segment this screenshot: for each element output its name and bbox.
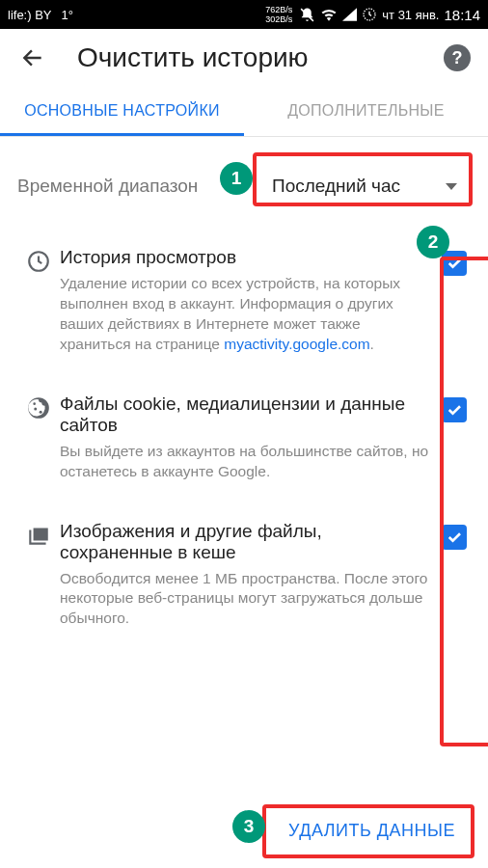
back-button[interactable]: [17, 42, 48, 73]
option-history-desc: Удаление истории со всех устройств, на к…: [60, 274, 430, 355]
annotation-badge-1: 1: [220, 162, 253, 195]
svg-point-3: [34, 407, 37, 410]
temperature-label: 1°: [62, 8, 73, 22]
option-cache: Изображения и другие файлы, сохраненные …: [17, 502, 471, 649]
tab-basic[interactable]: ОСНОВНЫЕ НАСТРОЙКИ: [0, 87, 244, 136]
date-label: чт 31 янв.: [382, 8, 439, 22]
image-icon: [17, 523, 60, 548]
annotation-badge-2: 2: [417, 226, 449, 258]
annotation-badge-3: 3: [232, 810, 265, 843]
time-range-label: Временной диапазон: [17, 176, 198, 197]
page-title: Очистить историю: [77, 42, 309, 73]
option-cookies: Файлы cookie, медиалицензии и данные сай…: [17, 374, 471, 502]
help-button[interactable]: ?: [444, 44, 471, 71]
time-label: 18:14: [444, 7, 480, 23]
cookie-icon: [17, 395, 60, 420]
option-cache-desc: Освободится менее 1 МБ пространства. Пос…: [60, 569, 430, 630]
svg-point-4: [40, 411, 42, 414]
myactivity-link[interactable]: myactivity.google.com: [224, 336, 369, 352]
option-history-title: История просмотров: [60, 247, 430, 268]
dnd-icon: [299, 7, 315, 23]
option-history: История просмотров Удаление истории со в…: [17, 228, 471, 374]
option-cache-checkbox[interactable]: [442, 525, 467, 550]
wifi-icon: [320, 8, 338, 21]
tabs-bar: ОСНОВНЫЕ НАСТРОЙКИ ДОПОЛНИТЕЛЬНЫЕ: [0, 87, 488, 137]
time-range-select[interactable]: Последний час: [258, 166, 471, 206]
option-cookies-checkbox[interactable]: [442, 397, 467, 422]
chevron-down-icon: [446, 183, 457, 190]
option-cache-title: Изображения и другие файлы, сохраненные …: [60, 521, 430, 563]
status-bar: life:) BY 1° 762B/s 302B/s чт 31 янв. 18…: [0, 0, 488, 29]
history-icon: [17, 249, 60, 274]
option-history-checkbox[interactable]: [442, 251, 467, 276]
delete-data-button[interactable]: УДАЛИТЬ ДАННЫЕ: [273, 807, 471, 854]
network-speed: 762B/s 302B/s: [265, 5, 292, 24]
time-range-value: Последний час: [272, 176, 400, 197]
tab-advanced[interactable]: ДОПОЛНИТЕЛЬНЫЕ: [244, 87, 488, 136]
svg-point-5: [33, 402, 36, 405]
option-cookies-title: Файлы cookie, медиалицензии и данные сай…: [60, 393, 430, 436]
option-cookies-desc: Вы выйдете из аккаунтов на большинстве с…: [60, 442, 430, 482]
signal-icon: [342, 8, 357, 21]
app-header: Очистить историю ?: [0, 29, 488, 87]
sync-icon: [362, 7, 377, 22]
carrier-label: life:) BY: [8, 8, 52, 22]
footer-actions: 3 УДАЛИТЬ ДАННЫЕ: [273, 807, 471, 854]
